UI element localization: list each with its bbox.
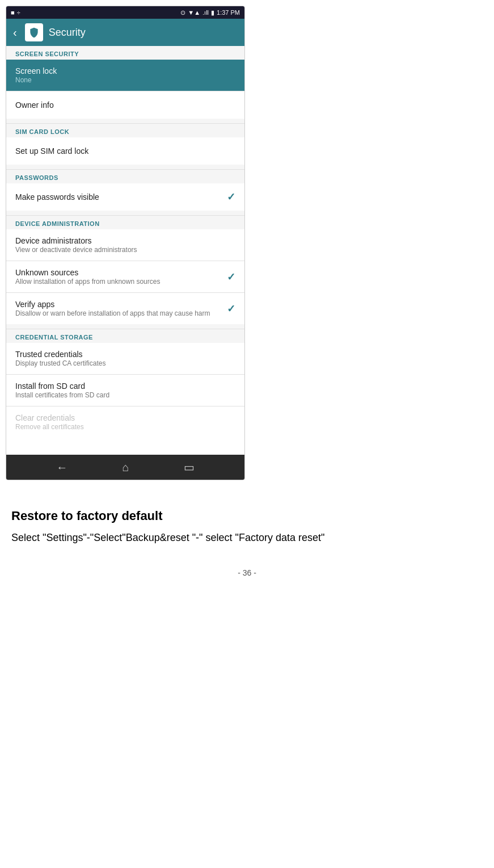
- unknown-sources-title: Unknown sources: [15, 268, 227, 277]
- unknown-sources-check: ✓: [227, 271, 235, 283]
- home-nav-button[interactable]: ⌂: [122, 461, 129, 474]
- status-bar: ■ ÷ ⊙ ▼▲ .ıll ▮ 1:37 PM: [6, 6, 244, 19]
- verify-apps-subtitle: Disallow or warn before installation of …: [15, 309, 227, 317]
- screen-lock-item[interactable]: Screen lock None: [6, 60, 244, 91]
- gap-4: [6, 324, 244, 329]
- recents-nav-button[interactable]: ▭: [184, 460, 195, 474]
- bottom-nav: ← ⌂ ▭: [6, 455, 244, 480]
- time-display: 1:37 PM: [217, 9, 240, 16]
- passwords-visible-title: Make passwords visible: [15, 192, 227, 202]
- device-admin-text: Device administrators View or deactivate…: [15, 236, 235, 254]
- sync-icon: ÷: [17, 9, 20, 16]
- install-sd-text: Install from SD card Install certificate…: [15, 381, 235, 399]
- passwords-visible-check: ✓: [227, 191, 235, 203]
- device-admin-item[interactable]: Device administrators View or deactivate…: [6, 229, 244, 261]
- trusted-credentials-title: Trusted credentials: [15, 350, 235, 359]
- passwords-visible-text: Make passwords visible: [15, 192, 227, 202]
- phone-frame: ■ ÷ ⊙ ▼▲ .ıll ▮ 1:37 PM ‹ Security SCREE…: [6, 6, 245, 480]
- section-header-sim: SIM CARD LOCK: [6, 124, 244, 137]
- section-header-screen-security: SCREEN SECURITY: [6, 46, 244, 60]
- install-sd-title: Install from SD card: [15, 381, 235, 391]
- clear-credentials-text: Clear credentials Remove all certificate…: [15, 413, 235, 431]
- app-header: ‹ Security: [6, 19, 244, 46]
- battery-icon: ▮: [211, 9, 214, 16]
- verify-apps-check: ✓: [227, 303, 235, 315]
- screen-lock-subtitle: None: [15, 76, 235, 84]
- section-header-device-admin: DEVICE ADMINISTRATION: [6, 216, 244, 229]
- screen-lock-text: Screen lock None: [15, 66, 235, 84]
- clear-credentials-subtitle: Remove all certificates: [15, 423, 235, 431]
- alarm-icon: ⊙: [180, 9, 185, 16]
- trusted-credentials-text: Trusted credentials Display trusted CA c…: [15, 350, 235, 367]
- screen-lock-title: Screen lock: [15, 66, 235, 76]
- owner-info-item[interactable]: Owner info: [6, 91, 244, 119]
- device-admin-subtitle: View or deactivate device administrators: [15, 246, 235, 254]
- signal-icon: .ıll: [202, 9, 209, 16]
- passwords-visible-item[interactable]: Make passwords visible ✓: [6, 183, 244, 211]
- sim-lock-item[interactable]: Set up SIM card lock: [6, 137, 244, 165]
- page-number: - 36 -: [0, 557, 494, 589]
- verify-apps-item[interactable]: Verify apps Disallow or warn before inst…: [6, 293, 244, 324]
- document-content: Restore to factory default Select "Setti…: [0, 486, 494, 557]
- status-right-area: ⊙ ▼▲ .ıll ▮ 1:37 PM: [180, 9, 240, 16]
- verify-apps-title: Verify apps: [15, 300, 227, 309]
- verify-apps-text: Verify apps Disallow or warn before inst…: [15, 300, 227, 317]
- owner-info-title: Owner info: [15, 100, 235, 110]
- device-admin-title: Device administrators: [15, 236, 235, 245]
- gap-3: [6, 211, 244, 215]
- sim-lock-text: Set up SIM card lock: [15, 146, 235, 156]
- section-header-passwords: PASSWORDS: [6, 170, 244, 183]
- back-button[interactable]: ‹: [13, 26, 17, 39]
- trusted-credentials-subtitle: Display trusted CA certificates: [15, 359, 235, 367]
- back-nav-button[interactable]: ←: [56, 461, 67, 474]
- settings-content: SCREEN SECURITY Screen lock None Owner i…: [6, 46, 244, 455]
- unknown-sources-text: Unknown sources Allow installation of ap…: [15, 268, 227, 286]
- trusted-credentials-item[interactable]: Trusted credentials Display trusted CA c…: [6, 343, 244, 374]
- wifi-icon: ▼▲: [188, 9, 200, 16]
- clear-credentials-title: Clear credentials: [15, 413, 235, 422]
- gap-2: [6, 165, 244, 169]
- document-body: Select "Settings"-"Select"Backup&reset "…: [11, 530, 483, 546]
- page-title: Security: [49, 27, 86, 39]
- section-header-credential: CREDENTIAL STORAGE: [6, 329, 244, 343]
- install-sd-item[interactable]: Install from SD card Install certificate…: [6, 375, 244, 406]
- unknown-sources-subtitle: Allow installation of apps from unknown …: [15, 278, 227, 286]
- install-sd-subtitle: Install certificates from SD card: [15, 391, 235, 399]
- status-left-icons: ■ ÷: [11, 9, 20, 16]
- sim-lock-title: Set up SIM card lock: [15, 146, 235, 156]
- clear-credentials-item: Clear credentials Remove all certificate…: [6, 406, 244, 438]
- sim-icon: ■: [11, 9, 15, 16]
- content-bottom-padding: [6, 438, 244, 455]
- gap-1: [6, 119, 244, 123]
- security-icon: [25, 23, 43, 41]
- owner-info-text: Owner info: [15, 100, 235, 110]
- unknown-sources-item[interactable]: Unknown sources Allow installation of ap…: [6, 261, 244, 292]
- document-heading: Restore to factory default: [11, 509, 483, 523]
